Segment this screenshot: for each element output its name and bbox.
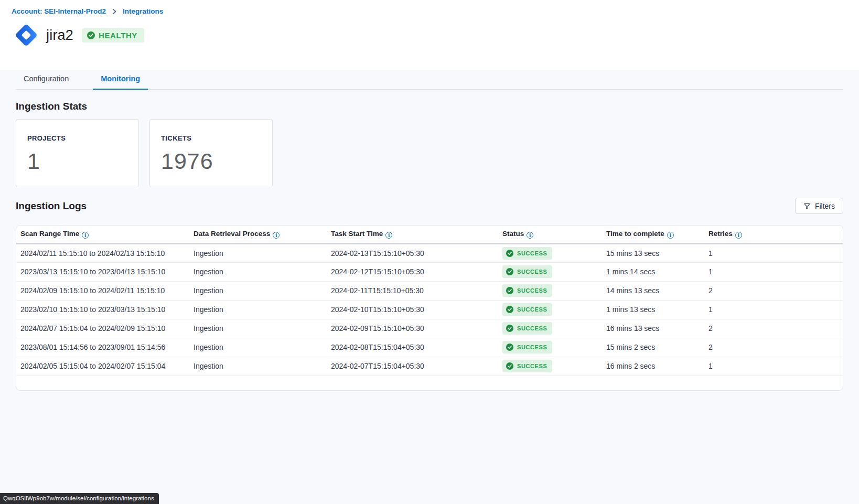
stat-cards-row: PROJECTS 1 TICKETS 1976 (16, 119, 843, 187)
cell-retries: 1 (704, 357, 843, 376)
check-circle-icon (506, 250, 513, 257)
main-content: Ingestion Stats PROJECTS 1 TICKETS 1976 … (0, 101, 859, 391)
tab-strip: Configuration Monitoring (0, 70, 859, 90)
breadcrumb-integrations-link[interactable]: Integrations (123, 7, 163, 15)
cell-scan-range-time: 2023/03/13 15:15:10 to 2023/04/13 15:15:… (16, 262, 189, 281)
status-badge: SUCCESS (502, 265, 552, 278)
cell-data-retrieval-process: Ingestion (189, 357, 327, 376)
info-icon[interactable]: i (273, 232, 280, 239)
cell-status: SUCCESS (498, 319, 602, 338)
cell-retries: 1 (704, 300, 843, 319)
cell-retries: 2 (704, 338, 843, 357)
status-badge-label: SUCCESS (517, 344, 547, 350)
table-row: 2023/02/10 15:15:10 to 2023/03/13 15:15:… (16, 300, 843, 319)
stat-value: 1976 (161, 148, 272, 174)
logs-table-body: 2024/02/11 15:15:10 to 2024/02/13 15:15:… (16, 243, 843, 376)
filters-button-label: Filters (815, 202, 835, 210)
cell-task-start-time: 2024-02-11T15:15:10+05:30 (327, 281, 498, 300)
info-icon[interactable]: i (667, 232, 674, 239)
cell-scan-range-time: 2024/02/05 15:15:04 to 2024/02/07 15:15:… (16, 357, 189, 376)
cell-task-start-time: 2024-02-10T15:15:10+05:30 (327, 300, 498, 319)
status-badge-label: SUCCESS (517, 250, 547, 256)
table-row: 2024/02/09 15:15:10 to 2024/02/11 15:15:… (16, 281, 843, 300)
check-circle-icon (506, 325, 513, 332)
status-badge-label: SUCCESS (517, 269, 547, 275)
check-circle-icon (506, 287, 513, 294)
status-badge: SUCCESS (502, 303, 552, 316)
check-circle-icon (506, 362, 513, 370)
cell-status: SUCCESS (498, 243, 602, 262)
ingestion-logs-header-row: Ingestion Logs Filters (16, 198, 843, 214)
health-status-badge: HEALTHY (82, 28, 144, 42)
column-header-retries: Retriesi (704, 226, 843, 243)
status-badge-label: SUCCESS (517, 287, 547, 294)
table-row: 2024/02/11 15:15:10 to 2024/02/13 15:15:… (16, 243, 843, 262)
stat-value: 1 (27, 148, 138, 174)
integration-title-row: jira2 HEALTHY (12, 20, 847, 50)
link-preview-statusbar: QwqOSlIWp9ob7w/module/sei/configuration/… (0, 493, 159, 504)
info-icon[interactable]: i (385, 232, 392, 239)
table-row: 2023/08/01 15:14:56 to 2023/09/01 15:14:… (16, 338, 843, 357)
info-icon[interactable]: i (527, 232, 533, 239)
stat-card-projects: PROJECTS 1 (16, 119, 139, 187)
column-header-scan-range-time: Scan Range Timei (16, 226, 189, 243)
status-badge-label: SUCCESS (517, 325, 547, 331)
breadcrumb-account-link[interactable]: Account: SEI-Internal-Prod2 (12, 7, 106, 15)
column-header-task-start-time: Task Start Timei (327, 226, 498, 243)
info-icon[interactable]: i (82, 232, 89, 239)
cell-retries: 2 (704, 319, 843, 338)
ingestion-logs-table: Scan Range Timei Data Retrieval Processi… (16, 225, 843, 391)
ingestion-logs-heading: Ingestion Logs (16, 200, 87, 212)
integration-title: jira2 (46, 27, 73, 44)
cell-scan-range-time: 2024/02/09 15:15:10 to 2024/02/11 15:15:… (16, 281, 189, 300)
status-badge: SUCCESS (502, 360, 552, 372)
cell-task-start-time: 2024-02-12T15:15:10+05:30 (327, 262, 498, 281)
cell-scan-range-time: 2024/02/07 15:15:04 to 2024/02/09 15:15:… (16, 319, 189, 338)
table-row: 2024/02/07 15:15:04 to 2024/02/09 15:15:… (16, 319, 843, 338)
cell-data-retrieval-process: Ingestion (189, 300, 327, 319)
tab-configuration[interactable]: Configuration (16, 70, 77, 90)
cell-scan-range-time: 2024/02/11 15:15:10 to 2024/02/13 15:15:… (16, 243, 189, 262)
table-row: 2024/02/05 15:15:04 to 2024/02/07 15:15:… (16, 357, 843, 376)
logs-table-header-row: Scan Range Timei Data Retrieval Processi… (16, 226, 843, 243)
cell-status: SUCCESS (498, 300, 602, 319)
stat-label: PROJECTS (27, 134, 138, 142)
cell-status: SUCCESS (498, 357, 602, 376)
breadcrumb: Account: SEI-Internal-Prod2 Integrations (12, 7, 847, 15)
jira-logo-icon (12, 20, 41, 50)
status-badge: SUCCESS (502, 284, 552, 297)
cell-data-retrieval-process: Ingestion (189, 281, 327, 300)
cell-scan-range-time: 2023/08/01 15:14:56 to 2023/09/01 15:14:… (16, 338, 189, 357)
cell-retries: 2 (704, 281, 843, 300)
check-circle-icon (506, 268, 513, 275)
cell-status: SUCCESS (498, 338, 602, 357)
cell-scan-range-time: 2023/02/10 15:15:10 to 2023/03/13 15:15:… (16, 300, 189, 319)
tab-monitoring[interactable]: Monitoring (93, 70, 148, 90)
check-circle-icon (87, 31, 95, 39)
status-badge: SUCCESS (502, 322, 552, 335)
status-badge: SUCCESS (502, 341, 552, 353)
cell-task-start-time: 2024-02-07T15:15:04+05:30 (327, 357, 498, 376)
stat-card-tickets: TICKETS 1976 (149, 119, 273, 187)
cell-retries: 1 (704, 262, 843, 281)
cell-time-to-complete: 14 mins 13 secs (602, 281, 704, 300)
cell-task-start-time: 2024-02-08T15:15:04+05:30 (327, 338, 498, 357)
cell-time-to-complete: 1 mins 13 secs (602, 300, 704, 319)
cell-status: SUCCESS (498, 281, 602, 300)
cell-status: SUCCESS (498, 262, 602, 281)
status-badge: SUCCESS (502, 247, 552, 260)
cell-time-to-complete: 15 mins 2 secs (602, 338, 704, 357)
column-header-time-to-complete: Time to completei (602, 226, 704, 243)
table-row: 2023/03/13 15:15:10 to 2023/04/13 15:15:… (16, 262, 843, 281)
cell-retries: 1 (704, 243, 843, 262)
cell-data-retrieval-process: Ingestion (189, 243, 327, 262)
ingestion-stats-heading: Ingestion Stats (16, 101, 843, 112)
filters-button[interactable]: Filters (795, 198, 843, 214)
info-icon[interactable]: i (735, 232, 742, 239)
health-status-label: HEALTHY (99, 31, 137, 40)
check-circle-icon (506, 344, 513, 351)
cell-time-to-complete: 15 mins 13 secs (602, 243, 704, 262)
filter-funnel-icon (803, 202, 811, 210)
column-header-status: Statusi (498, 226, 602, 243)
chevron-right-icon (111, 8, 117, 15)
